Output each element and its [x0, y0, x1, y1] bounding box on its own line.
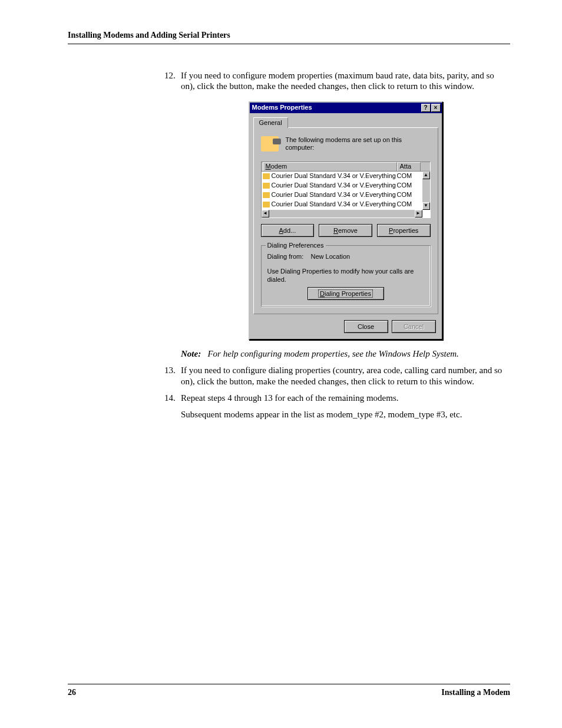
col-modem-rest: odem [271, 163, 287, 170]
list-item[interactable]: Courier Dual Standard V.34 or V.Everythi… [262, 172, 430, 181]
group-legend: Dialing Preferences [266, 242, 326, 249]
modem-row-name: Courier Dual Standard V.34 or V.Everythi… [272, 191, 397, 198]
modem-row-port: COM [397, 182, 421, 189]
step-12-text-b: button, make the needed changes, then cl… [229, 81, 388, 91]
horizontal-scrollbar[interactable]: ◄ ► [262, 210, 422, 218]
scroll-down-icon[interactable]: ▼ [422, 202, 430, 210]
dialog-titlebar[interactable]: Modems Properties ? × [250, 103, 442, 113]
step-13-number: 13. [164, 365, 176, 375]
col-attached-header: Atta [397, 162, 421, 170]
modem-row-name: Courier Dual Standard V.34 or V.Everythi… [272, 200, 397, 207]
properties-button[interactable]: Properties [377, 224, 431, 237]
modem-row-icon [263, 192, 270, 198]
step-13-text-c: to return to this window. [388, 377, 474, 386]
note: Note: For help configuring modem propert… [181, 348, 510, 359]
add-button[interactable]: Add... [261, 224, 315, 237]
list-header: Modem Atta [262, 162, 430, 172]
dialing-help-text: Use Dialing Properties to modify how you… [267, 268, 424, 284]
modem-row-name: Courier Dual Standard V.34 or V.Everythi… [272, 182, 397, 189]
dialing-from-label: Dialing from: [267, 253, 304, 260]
close-button[interactable]: Close [344, 320, 388, 333]
scroll-left-icon[interactable]: ◄ [262, 210, 269, 218]
list-item[interactable]: Courier Dual Standard V.34 or V.Everythi… [262, 181, 430, 190]
remove-button[interactable]: Remove [319, 224, 372, 237]
running-header: Installing Modems and Adding Serial Prin… [68, 31, 510, 44]
cancel-button: Cancel [392, 320, 436, 333]
dialing-preferences-group: Dialing Preferences Dialing from: New Lo… [261, 245, 431, 307]
note-text: For help configuring modem properties, s… [207, 349, 458, 358]
dialog-intro-text: The following modems are set up on this … [286, 136, 431, 152]
modem-list[interactable]: Modem Atta Courier Dual Standard V.34 or… [261, 162, 431, 218]
dialing-properties-button[interactable]: Dialing Properties [308, 287, 384, 300]
tab-general[interactable]: General [253, 117, 288, 128]
step-14-text: Repeat steps 4 through 13 for each of th… [181, 393, 399, 403]
modem-row-port: COM [397, 191, 421, 199]
modem-row-icon [263, 173, 270, 179]
vertical-scrollbar[interactable]: ▲ ▼ [422, 172, 430, 210]
modem-row-port: COM [397, 200, 421, 208]
modem-row-port: COM [397, 172, 421, 180]
step-12: 12. If you need to configure modem prope… [181, 70, 510, 359]
titlebar-help-button[interactable]: ? [421, 104, 431, 112]
page-number: 26 [68, 688, 76, 697]
step-12-number: 12. [164, 70, 176, 81]
scroll-up-icon[interactable]: ▲ [422, 172, 430, 179]
modem-row-icon [263, 183, 270, 189]
list-item[interactable]: Courier Dual Standard V.34 or V.Everythi… [262, 190, 430, 200]
list-item[interactable]: Courier Dual Standard V.34 or V.Everythi… [262, 200, 430, 209]
step-13-text-b: button, make the needed changes, then cl… [229, 377, 388, 386]
step-13: 13. If you need to configure dialing pro… [181, 365, 510, 387]
scroll-right-icon[interactable]: ► [415, 210, 422, 218]
modem-icon [261, 136, 279, 151]
dialog-title: Modems Properties [252, 104, 312, 111]
footer-section: Installing a Modem [441, 688, 510, 697]
titlebar-close-button[interactable]: × [431, 104, 441, 112]
step-12-text-c: to return to this window. [388, 81, 474, 91]
step-14-sub: Subsequent modems appear in the list as … [181, 409, 510, 420]
note-label: Note: [181, 349, 201, 358]
step-14-number: 14. [164, 393, 176, 403]
modem-row-icon [263, 202, 270, 207]
page-footer: 26 Installing a Modem [68, 684, 510, 697]
step-14: 14. Repeat steps 4 through 13 for each o… [181, 393, 510, 420]
dialing-from-value: New Location [310, 253, 350, 260]
modem-row-name: Courier Dual Standard V.34 or V.Everythi… [272, 172, 396, 179]
modems-properties-dialog: Modems Properties ? × General [249, 101, 443, 340]
